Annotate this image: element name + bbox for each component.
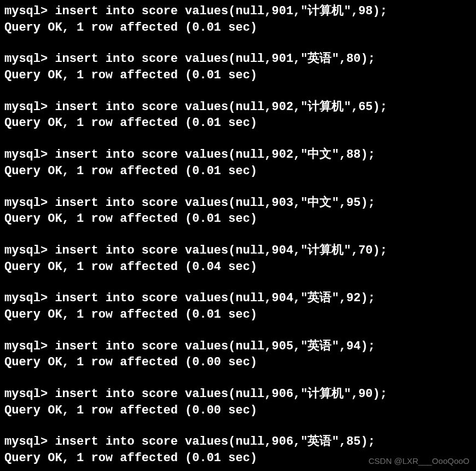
sql-command-text: insert into score values(null,904,"英语",9… [55, 291, 375, 305]
sql-command-line: mysql> insert into score values(null,906… [4, 386, 472, 403]
mysql-prompt: mysql> [4, 387, 55, 401]
sql-command-line: mysql> insert into score values(null,902… [4, 147, 472, 163]
sql-command-text: insert into score values(null,902,"计算机",… [55, 100, 387, 114]
sql-command-text: insert into score values(null,903,"中文",9… [55, 196, 375, 210]
result-time: 0.01 [192, 164, 221, 178]
sql-entry-block: mysql> insert into score values(null,904… [4, 290, 472, 323]
mysql-prompt: mysql> [4, 100, 55, 114]
mysql-prompt: mysql> [4, 148, 55, 162]
sql-command-line: mysql> insert into score values(null,905… [4, 338, 472, 355]
sql-command-line: mysql> insert into score values(null,904… [4, 290, 472, 307]
sql-result-line: Query OK, 1 row affected (0.01 sec) [4, 67, 472, 84]
sql-entry-block: mysql> insert into score values(null,906… [4, 386, 472, 418]
sql-command-line: mysql> insert into score values(null,904… [4, 243, 472, 259]
result-time: 0.04 [192, 260, 221, 274]
sql-command-line: mysql> insert into score values(null,901… [4, 51, 472, 67]
result-prefix: Query OK, 1 row affected ( [4, 116, 192, 130]
result-prefix: Query OK, 1 row affected ( [4, 212, 192, 226]
mysql-prompt: mysql> [4, 291, 55, 305]
watermark-text: CSDN @LXR___OooQooO [369, 456, 469, 467]
sql-entry-block: mysql> insert into score values(null,902… [4, 147, 472, 179]
mysql-prompt: mysql> [4, 340, 55, 353]
result-prefix: Query OK, 1 row affected ( [4, 451, 192, 465]
sql-result-line: Query OK, 1 row affected (0.01 sec) [4, 211, 472, 227]
result-suffix: sec) [221, 355, 257, 369]
mysql-prompt: mysql> [4, 196, 55, 210]
sql-command-line: mysql> insert into score values(null,906… [4, 434, 472, 450]
sql-entry-block: mysql> insert into score values(null,904… [4, 243, 472, 275]
result-time: 0.01 [192, 212, 221, 226]
result-prefix: Query OK, 1 row affected ( [4, 355, 192, 369]
result-time: 0.01 [192, 308, 221, 321]
result-suffix: sec) [221, 212, 257, 226]
sql-result-line: Query OK, 1 row affected (0.01 sec) [4, 115, 472, 131]
sql-result-line: Query OK, 1 row affected (0.01 sec) [4, 163, 472, 180]
sql-result-line: Query OK, 1 row affected (0.01 sec) [4, 20, 472, 36]
result-time: 0.01 [192, 68, 221, 82]
sql-command-line: mysql> insert into score values(null,902… [4, 99, 472, 116]
sql-command-text: insert into score values(null,901,"计算机",… [55, 4, 387, 18]
sql-result-line: Query OK, 1 row affected (0.01 sec) [4, 307, 472, 323]
result-suffix: sec) [221, 404, 257, 417]
sql-entry-block: mysql> insert into score values(null,903… [4, 195, 472, 227]
result-suffix: sec) [221, 164, 257, 178]
result-suffix: sec) [221, 260, 257, 274]
result-time: 0.01 [192, 451, 221, 465]
result-time: 0.01 [192, 21, 221, 35]
result-prefix: Query OK, 1 row affected ( [4, 308, 192, 321]
sql-entry-block: mysql> insert into score values(null,901… [4, 3, 472, 36]
mysql-prompt: mysql> [4, 52, 55, 66]
result-time: 0.01 [192, 116, 221, 130]
sql-command-line: mysql> insert into score values(null,901… [4, 3, 472, 20]
mysql-prompt: mysql> [4, 244, 55, 257]
sql-command-text: insert into score values(null,905,"英语",9… [55, 340, 375, 353]
mysql-prompt: mysql> [4, 4, 55, 18]
mysql-prompt: mysql> [4, 435, 55, 449]
sql-command-line: mysql> insert into score values(null,903… [4, 195, 472, 211]
result-suffix: sec) [221, 21, 257, 35]
sql-result-line: Query OK, 1 row affected (0.00 sec) [4, 403, 472, 419]
result-suffix: sec) [221, 116, 257, 130]
terminal-output[interactable]: mysql> insert into score values(null,901… [4, 3, 472, 467]
sql-command-text: insert into score values(null,901,"英语",8… [55, 52, 375, 66]
sql-result-line: Query OK, 1 row affected (0.00 sec) [4, 354, 472, 371]
result-prefix: Query OK, 1 row affected ( [4, 68, 192, 82]
sql-result-line: Query OK, 1 row affected (0.04 sec) [4, 259, 472, 275]
result-time: 0.00 [192, 404, 221, 417]
result-prefix: Query OK, 1 row affected ( [4, 21, 192, 35]
result-prefix: Query OK, 1 row affected ( [4, 404, 192, 417]
sql-command-text: insert into score values(null,904,"计算机",… [55, 244, 387, 257]
result-suffix: sec) [221, 308, 257, 321]
sql-command-text: insert into score values(null,906,"计算机",… [55, 387, 387, 401]
sql-entry-block: mysql> insert into score values(null,902… [4, 99, 472, 131]
result-prefix: Query OK, 1 row affected ( [4, 164, 192, 178]
sql-entry-block: mysql> insert into score values(null,905… [4, 338, 472, 371]
result-suffix: sec) [221, 68, 257, 82]
result-suffix: sec) [221, 451, 257, 465]
result-prefix: Query OK, 1 row affected ( [4, 260, 192, 274]
sql-command-text: insert into score values(null,906,"英语",8… [55, 435, 375, 449]
sql-entry-block: mysql> insert into score values(null,901… [4, 51, 472, 83]
sql-command-text: insert into score values(null,902,"中文",8… [55, 148, 375, 162]
result-time: 0.00 [192, 355, 221, 369]
